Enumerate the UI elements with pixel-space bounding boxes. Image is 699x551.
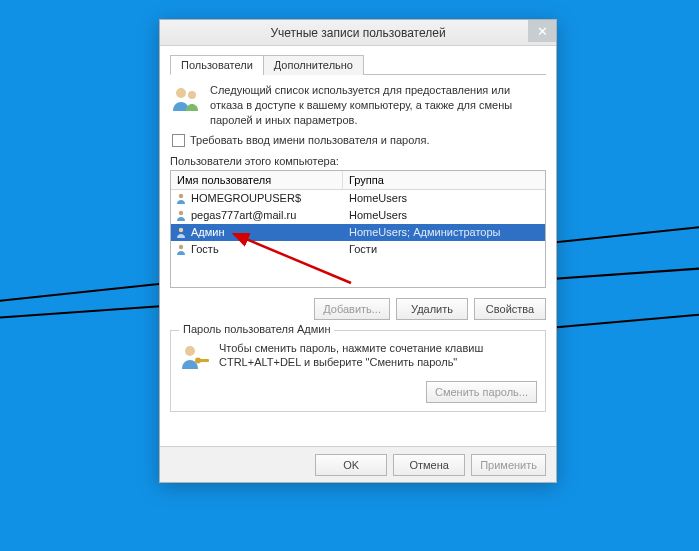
tab-advanced[interactable]: Дополнительно <box>263 55 364 75</box>
ok-button[interactable]: OK <box>315 454 387 476</box>
password-group-title: Пароль пользователя Админ <box>179 323 334 335</box>
require-login-checkbox[interactable] <box>172 134 185 147</box>
users-list-label: Пользователи этого компьютера: <box>170 155 546 167</box>
list-item[interactable]: HOMEGROUPUSER$ HomeUsers <box>171 190 545 207</box>
properties-button[interactable]: Свойства <box>474 298 546 320</box>
user-name: HOMEGROUPUSER$ <box>191 192 301 204</box>
user-icon <box>175 226 187 238</box>
list-item-selected[interactable]: Админ HomeUsers; Администраторы <box>171 224 545 241</box>
user-icon <box>175 209 187 221</box>
user-group: HomeUsers <box>343 192 545 204</box>
user-group: HomeUsers <box>343 209 545 221</box>
list-buttons: Добавить... Удалить Свойства <box>170 298 546 320</box>
svg-point-8 <box>195 357 201 363</box>
user-name: Админ <box>191 226 225 238</box>
users-icon <box>170 83 202 115</box>
svg-point-1 <box>188 91 196 99</box>
intro-row: Следующий список используется для предос… <box>170 83 546 128</box>
password-group: Пароль пользователя Админ Чтобы сменить … <box>170 330 546 412</box>
user-name: pegas777art@mail.ru <box>191 209 296 221</box>
svg-point-5 <box>179 245 183 249</box>
cancel-button[interactable]: Отмена <box>393 454 465 476</box>
user-icon <box>175 192 187 204</box>
tab-users[interactable]: Пользователи <box>170 55 264 75</box>
tab-strip: Пользователи Дополнительно <box>170 54 546 75</box>
svg-point-2 <box>179 194 183 198</box>
intro-text: Следующий список используется для предос… <box>210 83 546 128</box>
require-login-label: Требовать ввод имени пользователя и паро… <box>190 134 429 146</box>
apply-button[interactable]: Применить <box>471 454 546 476</box>
reset-password-button[interactable]: Сменить пароль... <box>426 381 537 403</box>
svg-point-4 <box>179 228 183 232</box>
require-login-row[interactable]: Требовать ввод имени пользователя и паро… <box>172 134 546 147</box>
user-icon <box>175 243 187 255</box>
list-item[interactable]: Гость Гости <box>171 241 545 258</box>
header-group[interactable]: Группа <box>343 171 545 189</box>
remove-button[interactable]: Удалить <box>396 298 468 320</box>
header-username[interactable]: Имя пользователя <box>171 171 343 189</box>
user-name: Гость <box>191 243 219 255</box>
users-list[interactable]: Имя пользователя Группа HOMEGROUPUSER$ H… <box>170 170 546 288</box>
list-header: Имя пользователя Группа <box>171 171 545 190</box>
titlebar: Учетные записи пользователей ✕ <box>160 20 556 46</box>
user-accounts-dialog: Учетные записи пользователей ✕ Пользоват… <box>159 19 557 483</box>
add-button[interactable]: Добавить... <box>314 298 390 320</box>
user-group: HomeUsers; Администраторы <box>343 226 545 238</box>
dialog-buttons: OK Отмена Применить <box>160 446 556 482</box>
password-instructions: Чтобы сменить пароль, нажмите сочетание … <box>219 341 483 371</box>
svg-point-6 <box>185 346 195 356</box>
user-group: Гости <box>343 243 545 255</box>
svg-point-3 <box>179 211 183 215</box>
svg-point-0 <box>176 88 186 98</box>
close-button[interactable]: ✕ <box>528 20 556 42</box>
key-icon <box>179 341 211 373</box>
window-title: Учетные записи пользователей <box>270 26 445 40</box>
list-item[interactable]: pegas777art@mail.ru HomeUsers <box>171 207 545 224</box>
